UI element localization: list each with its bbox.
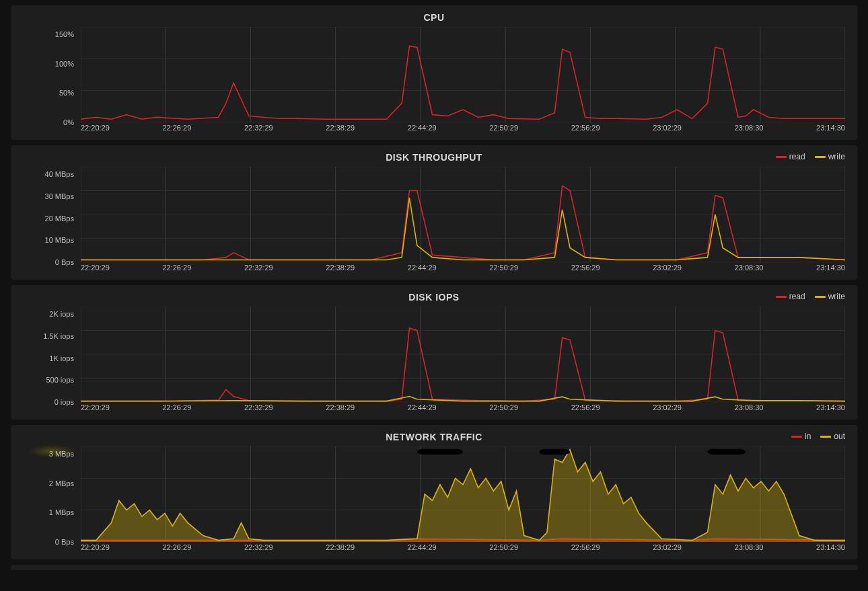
x-tick: 22:44:29 [408, 264, 437, 274]
x-tick: 22:32:29 [244, 403, 273, 414]
y-axis-iops: 2K iops 1.5K iops 1K iops 500 iops 0 iop… [19, 307, 74, 402]
chart-cpu[interactable]: 150% 100% 50% 0% 22:20:2922:26:2922:32:2… [19, 27, 849, 134]
y-tick: 3 MBps [49, 450, 74, 458]
y-tick: 10 MBps [45, 237, 74, 244]
y-tick: 40 MBps [45, 171, 74, 178]
legend-swatch-icon [815, 156, 826, 158]
y-tick: 30 MBps [45, 192, 74, 200]
x-tick: 23:14:30 [816, 264, 845, 274]
legend-label: write [828, 292, 845, 301]
x-tick: 23:02:29 [653, 124, 682, 134]
x-tick: 23:02:29 [653, 543, 682, 554]
x-tick: 22:26:29 [162, 543, 191, 554]
y-tick: 1K iops [49, 354, 74, 362]
y-tick: 0 Bps [55, 538, 74, 545]
x-tick: 22:38:29 [326, 264, 355, 274]
legend-item-out[interactable]: out [820, 432, 845, 441]
y-axis-disk: 40 MBps 30 MBps 20 MBps 10 MBps 0 Bps [19, 167, 74, 262]
y-tick: 1 MBps [49, 509, 74, 516]
legend-label: read [789, 292, 805, 301]
y-tick: 1.5K iops [43, 332, 74, 340]
x-tick: 23:02:29 [653, 403, 682, 414]
x-tick: 23:08:30 [735, 543, 764, 554]
x-tick: 23:14:30 [816, 543, 845, 554]
legend-iops: read write [776, 292, 845, 301]
legend-swatch-icon [815, 296, 826, 298]
x-tick: 22:50:29 [489, 543, 518, 554]
panel-title-net: NETWORK TRAFFIC [19, 432, 849, 442]
legend-item-read[interactable]: read [776, 152, 805, 161]
svg-rect-60 [708, 449, 746, 455]
y-axis-net: 3 MBps 2 MBps 1 MBps 0 Bps [19, 446, 74, 542]
y-axis-cpu: 150% 100% 50% 0% [19, 27, 74, 122]
plot-net[interactable] [81, 446, 845, 542]
x-tick: 23:02:29 [653, 264, 682, 274]
x-tick: 22:44:29 [408, 403, 437, 414]
legend-net: in out [791, 432, 845, 441]
x-tick: 22:44:29 [408, 543, 437, 554]
legend-swatch-icon [820, 436, 831, 438]
x-tick: 22:38:29 [326, 124, 355, 134]
x-tick: 23:08:30 [735, 403, 764, 414]
x-tick: 22:44:29 [408, 124, 437, 134]
y-tick: 500 iops [46, 377, 74, 384]
x-tick: 22:56:29 [571, 264, 600, 274]
panel-cpu[interactable]: CPU 150% 100% 50% 0% 22:20:2922:26:2922:… [11, 5, 857, 140]
x-tick: 22:26:29 [162, 264, 191, 274]
legend-label: in [805, 432, 811, 441]
x-tick: 22:32:29 [244, 264, 273, 274]
x-tick: 22:32:29 [244, 543, 273, 554]
plot-iops[interactable] [81, 307, 845, 402]
legend-item-write[interactable]: write [815, 152, 845, 161]
x-tick: 22:20:29 [81, 264, 110, 274]
legend-disk: read write [776, 152, 845, 161]
legend-label: write [828, 152, 845, 161]
x-tick: 22:26:29 [162, 124, 191, 134]
x-tick: 22:56:29 [571, 124, 600, 134]
legend-item-write[interactable]: write [815, 292, 845, 301]
chart-iops[interactable]: 2K iops 1.5K iops 1K iops 500 iops 0 iop… [19, 307, 849, 414]
x-tick: 22:26:29 [162, 403, 191, 414]
x-tick: 23:08:30 [735, 264, 764, 274]
x-tick: 23:08:30 [735, 124, 764, 134]
x-tick: 22:50:29 [489, 403, 518, 414]
x-axis-cpu: 22:20:2922:26:2922:32:2922:38:2922:44:29… [81, 124, 845, 134]
panel-network[interactable]: NETWORK TRAFFIC in out 3 MBps 2 MBps 1 M… [11, 425, 857, 559]
x-tick: 22:38:29 [326, 543, 355, 554]
panel-title-iops: DISK IOPS [19, 292, 849, 303]
legend-label: read [789, 152, 805, 161]
y-tick: 50% [59, 89, 74, 97]
x-tick: 22:20:29 [81, 403, 110, 414]
y-tick: 100% [55, 60, 74, 67]
y-tick: 0% [63, 118, 74, 126]
panel-next-stub [11, 565, 857, 570]
x-tick: 22:50:29 [489, 264, 518, 274]
x-tick: 22:32:29 [244, 124, 273, 134]
legend-swatch-icon [776, 296, 787, 298]
svg-rect-58 [417, 449, 463, 455]
panel-title-cpu: CPU [19, 12, 849, 23]
panel-disk-iops[interactable]: DISK IOPS read write 2K iops 1.5K iops 1… [11, 285, 857, 420]
x-tick: 22:20:29 [81, 543, 110, 554]
x-axis-disk: 22:20:2922:26:2922:32:2922:38:2922:44:29… [81, 264, 845, 274]
x-axis-iops: 22:20:2922:26:2922:32:2922:38:2922:44:29… [81, 403, 845, 414]
x-tick: 23:14:30 [816, 124, 845, 134]
legend-label: out [834, 432, 845, 441]
legend-swatch-icon [791, 436, 802, 438]
legend-item-in[interactable]: in [791, 432, 811, 441]
svg-rect-59 [540, 449, 570, 455]
plot-cpu[interactable] [81, 27, 845, 122]
panel-disk-throughput[interactable]: DISK THROUGHPUT read write 40 MBps 30 MB… [11, 145, 857, 280]
x-tick: 22:50:29 [489, 124, 518, 134]
x-tick: 22:20:29 [81, 124, 110, 134]
x-tick: 22:38:29 [326, 403, 355, 414]
y-tick: 150% [55, 31, 74, 38]
panel-title-disk: DISK THROUGHPUT [19, 152, 849, 163]
chart-disk[interactable]: 40 MBps 30 MBps 20 MBps 10 MBps 0 Bps 22… [19, 167, 849, 274]
y-tick: 0 iops [55, 399, 74, 406]
y-tick: 0 Bps [55, 259, 74, 266]
plot-disk[interactable] [81, 167, 845, 262]
chart-net[interactable]: 3 MBps 2 MBps 1 MBps 0 Bps 22:20:2922:26… [19, 446, 849, 554]
legend-item-read[interactable]: read [776, 292, 805, 301]
y-tick: 2 MBps [49, 479, 74, 487]
